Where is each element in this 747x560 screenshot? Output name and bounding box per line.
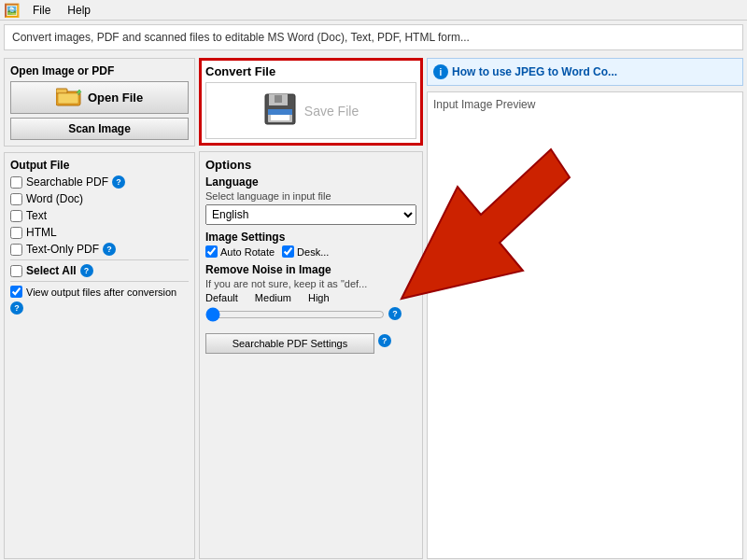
noise-help-icon[interactable]: ? [388, 307, 402, 320]
noise-title: Remove Noise in Image [205, 263, 416, 276]
folder-icon [56, 86, 82, 109]
text-only-pdf-checkbox[interactable] [10, 244, 22, 256]
svg-rect-2 [58, 93, 78, 104]
help-menu[interactable]: Help [63, 3, 94, 18]
view-output-checkbox[interactable] [10, 286, 22, 298]
banner-text: Convert images, PDF and scanned files to… [4, 24, 743, 50]
auto-rotate-checkbox[interactable] [205, 245, 218, 258]
checkbox-row-searchable-pdf: Searchable PDF ? [10, 175, 189, 189]
app-icon: 🖼️ [4, 3, 20, 18]
noise-default-label: Default [205, 292, 238, 303]
scan-image-button[interactable]: Scan Image [10, 118, 189, 140]
noise-desc: If you are not sure, keep it as "def... [205, 278, 416, 289]
checkbox-row-html: HTML [10, 226, 189, 239]
view-output-label: View output files after conversion [26, 287, 176, 298]
text-only-pdf-label: Text-Only PDF [26, 243, 99, 256]
searchable-pdf-settings-button[interactable]: Searchable PDF Settings [205, 333, 374, 354]
select-all-checkbox[interactable] [10, 265, 22, 277]
searchable-pdf-settings-row: Searchable PDF Settings ? [205, 328, 416, 354]
info-icon: i [433, 64, 448, 79]
auto-rotate-label[interactable]: Auto Rotate [205, 245, 275, 258]
searchable-pdf-label: Searchable PDF [26, 175, 108, 189]
auto-rotate-text: Auto Rotate [220, 246, 275, 258]
how-to-title: How to use JPEG to Word Co... [452, 65, 617, 78]
menu-bar: 🖼️ File Help [0, 0, 747, 21]
view-output-row: View output files after conversion ? [10, 286, 189, 315]
noise-high-label: High [308, 292, 330, 303]
save-file-label: Save File [304, 104, 359, 119]
checkbox-row-text-only-pdf: Text-Only PDF ? [10, 243, 189, 256]
deskew-text: Desk... [297, 246, 329, 258]
noise-slider[interactable] [205, 307, 385, 322]
html-label: HTML [26, 226, 57, 239]
deskew-label[interactable]: Desk... [282, 245, 329, 258]
searchable-pdf-checkbox[interactable] [10, 176, 22, 189]
how-to-section: i How to use JPEG to Word Co... [427, 58, 743, 86]
text-checkbox[interactable] [10, 210, 22, 222]
open-section-title: Open Image or PDF [10, 64, 189, 77]
checkbox-row-text: Text [10, 209, 189, 222]
searchable-pdf-help-icon[interactable]: ? [112, 175, 125, 189]
text-only-pdf-help-icon[interactable]: ? [103, 243, 116, 256]
searchable-pdf-settings-help-icon[interactable]: ? [378, 334, 391, 347]
image-settings-row: Auto Rotate Desk... [205, 245, 416, 258]
view-output-help-icon[interactable]: ? [10, 301, 23, 315]
select-all-label: Select All [26, 264, 77, 277]
language-title: Language [205, 175, 416, 189]
preview-title: Input Image Preview [433, 98, 535, 111]
output-section: Output File Searchable PDF ? Word (Doc) … [4, 152, 195, 559]
divider-1 [10, 259, 189, 260]
floppy-disk-icon [263, 92, 297, 129]
scan-image-label: Scan Image [68, 122, 131, 135]
options-section: Options Language Select language in inpu… [199, 151, 423, 559]
checkbox-row-word: Word (Doc) [10, 192, 189, 205]
searchable-pdf-settings-label: Searchable PDF Settings [233, 338, 348, 349]
convert-section-title: Convert File [205, 64, 416, 78]
preview-section: Input Image Preview [427, 91, 743, 559]
word-doc-checkbox[interactable] [10, 193, 22, 205]
open-file-label: Open File [88, 91, 143, 105]
right-panel: i How to use JPEG to Word Co... Input Im… [427, 58, 743, 559]
html-checkbox[interactable] [10, 227, 22, 239]
svg-rect-1 [56, 89, 67, 93]
select-all-row: Select All ? [10, 264, 189, 277]
svg-rect-6 [275, 95, 282, 103]
left-panel: Open Image or PDF Open File Sc [4, 58, 195, 559]
file-menu[interactable]: File [29, 3, 54, 18]
deskew-checkbox[interactable] [282, 245, 294, 258]
options-title: Options [205, 158, 416, 172]
language-select[interactable]: English French German Spanish [205, 204, 416, 225]
noise-section: Remove Noise in Image If you are not sur… [205, 263, 416, 322]
open-file-button[interactable]: Open File [10, 81, 189, 114]
middle-panel: Convert File Save File [199, 58, 423, 559]
text-label: Text [26, 209, 47, 222]
word-doc-label: Word (Doc) [26, 192, 83, 205]
divider-2 [10, 281, 189, 282]
noise-medium-label: Medium [255, 292, 291, 303]
svg-rect-9 [268, 109, 292, 115]
save-file-button[interactable]: Save File [205, 82, 416, 139]
output-section-title: Output File [10, 159, 189, 172]
noise-labels: Default Medium High [205, 292, 416, 303]
language-desc: Select language in input file [205, 190, 416, 202]
select-all-help-icon[interactable]: ? [80, 264, 93, 277]
image-settings-title: Image Settings [205, 231, 416, 244]
open-file-section: Open Image or PDF Open File Sc [4, 58, 195, 147]
convert-section: Convert File Save File [199, 58, 423, 146]
main-content: Open Image or PDF Open File Sc [0, 54, 747, 560]
